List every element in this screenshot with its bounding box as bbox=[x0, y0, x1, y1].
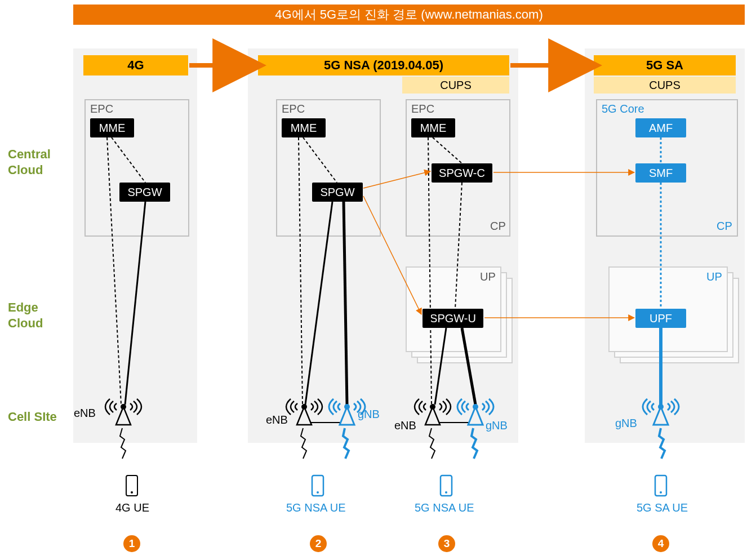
up-label-1: UP bbox=[480, 270, 496, 283]
enb-label-3: eNB bbox=[394, 419, 416, 432]
core-label: 5G Core bbox=[602, 103, 644, 115]
side-label-central: CentralCloud bbox=[8, 146, 51, 177]
cups-bar-1: CUPS bbox=[402, 77, 509, 94]
cups-bar-2: CUPS bbox=[594, 77, 736, 94]
ue-label-1: 4G UE bbox=[115, 501, 149, 514]
spgw-1: SPGW bbox=[119, 183, 170, 202]
spgw-u: SPGW-U bbox=[423, 309, 483, 328]
badge-1: 1 bbox=[123, 535, 140, 552]
ue-label-2: 5G NSA UE bbox=[286, 501, 346, 514]
ue-label-3: 5G NSA UE bbox=[415, 501, 474, 514]
epc-label-2: EPC bbox=[282, 103, 305, 115]
spgw-c: SPGW-C bbox=[432, 163, 492, 183]
smf: SMF bbox=[635, 163, 686, 183]
up-label-2: UP bbox=[706, 270, 722, 283]
epc-label-3: EPC bbox=[411, 103, 434, 115]
cp-label-2: CP bbox=[717, 220, 732, 233]
col2-header: 5G NSA (2019.04.05) bbox=[258, 55, 509, 75]
epc-label-1: EPC bbox=[90, 103, 113, 115]
upf: UPF bbox=[635, 309, 686, 328]
badge-4: 4 bbox=[652, 535, 669, 552]
title-bar: 4G에서 5G로의 진화 경로 (www.netmanias.com) bbox=[73, 5, 745, 25]
mme-1: MME bbox=[90, 118, 134, 137]
col4-header: 5G SA bbox=[594, 55, 736, 75]
side-label-cell: Cell SIte bbox=[8, 409, 57, 425]
col1-header: 4G bbox=[83, 55, 188, 75]
side-label-edge: EdgeCloud bbox=[8, 300, 43, 331]
gnb-label-2: gNB bbox=[358, 408, 380, 421]
gnb-label-3: gNB bbox=[486, 419, 508, 432]
spgw-2: SPGW bbox=[312, 183, 363, 202]
mme-2: MME bbox=[282, 118, 326, 137]
enb-label-1: eNB bbox=[74, 407, 96, 420]
ue-label-4: 5G SA UE bbox=[637, 501, 688, 514]
enb-label-2: eNB bbox=[266, 414, 288, 426]
gnb-label-4: gNB bbox=[615, 417, 637, 430]
amf: AMF bbox=[635, 118, 686, 137]
badge-2: 2 bbox=[310, 535, 327, 552]
badge-3: 3 bbox=[438, 535, 455, 552]
cp-label-1: CP bbox=[490, 220, 506, 233]
mme-3: MME bbox=[411, 118, 455, 137]
